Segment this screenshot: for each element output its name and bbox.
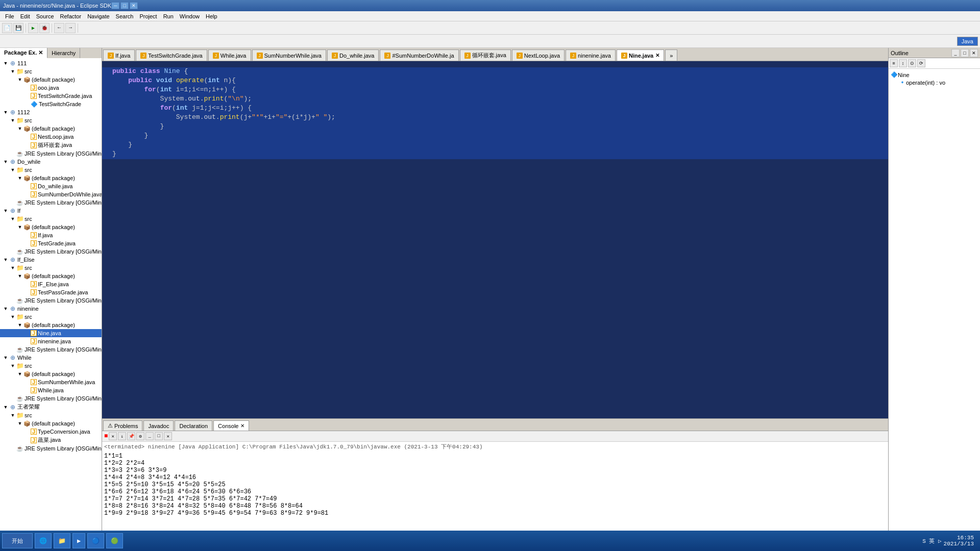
debug-button[interactable]: 🐞 <box>39 23 50 33</box>
tree-item-while-jre[interactable]: ☕JRE System Library [OSGi/Minin <box>0 394 102 403</box>
run-button[interactable]: ▶ <box>28 23 38 33</box>
tree-item-wangzicai-defpkg[interactable]: ▼📦(default package) <box>0 419 102 428</box>
menu-item-file[interactable]: File <box>2 12 17 20</box>
tree-item-while-src[interactable]: ▼📁src <box>0 362 102 370</box>
menu-item-window[interactable]: Window <box>177 12 203 20</box>
tree-item-1112-loop[interactable]: J循环嵌套.java <box>0 141 102 149</box>
menu-item-navigate[interactable]: Navigate <box>84 12 112 20</box>
back-button[interactable]: ← <box>54 23 64 33</box>
editor-tab-Ifjava[interactable]: JIf.java <box>103 49 135 61</box>
bottom-tab-problems[interactable]: ⚠Problems <box>103 420 142 431</box>
tree-item-while[interactable]: ▼⊕While <box>0 354 102 362</box>
forward-button[interactable]: → <box>65 23 76 33</box>
outline-method-item[interactable]: 🔹 operate(int) : vo <box>891 79 978 86</box>
editor-tab-SumNumberDoWhileja[interactable]: J#SumNumberDoWhile.ja <box>380 49 458 61</box>
menu-item-run[interactable]: Run <box>160 12 177 20</box>
tree-item-ninenine-nine[interactable]: JNine.java <box>0 329 102 337</box>
maximize-button[interactable]: □ <box>120 2 129 9</box>
tree-item-ninenine-defpkg[interactable]: ▼📦(default package) <box>0 321 102 329</box>
outline-class-item[interactable]: 🔷 Nine <box>891 71 978 79</box>
tree-item-ifelse-defpkg[interactable]: ▼📦(default package) <box>0 272 102 280</box>
console-minimize-button[interactable]: _ <box>145 432 154 440</box>
java-perspective-button[interactable]: Java <box>957 37 978 46</box>
tree-item-111-test[interactable]: JTestSwitchGrade.java <box>0 92 102 100</box>
bottom-tab-javadoc[interactable]: Javadoc <box>143 420 174 431</box>
menu-item-source[interactable]: Source <box>33 12 57 20</box>
outline-maximize-button[interactable]: □ <box>961 49 969 57</box>
editor-tab-SumNumberWhilejava[interactable]: JSumNumberWhile.java <box>252 49 326 61</box>
console-scroll-button[interactable]: ⇓ <box>118 432 126 440</box>
bottom-tab-declaration[interactable]: Declaration <box>175 420 212 431</box>
tree-item-if-src[interactable]: ▼📁src <box>0 215 102 223</box>
bottom-tab-console[interactable]: Console✕ <box>213 420 249 431</box>
outline-sort-button[interactable]: ↕ <box>899 59 907 67</box>
console-tab-close[interactable]: ✕ <box>240 423 244 429</box>
editor-tab-Dowhilejava[interactable]: JDo_while.java <box>327 49 379 61</box>
editor-tab-nineninejava[interactable]: Jninenine.java <box>566 49 616 61</box>
tree-item-ninenine[interactable]: ▼⊕ninenine <box>0 305 102 313</box>
taskbar-browser-button[interactable]: 🔵 <box>87 533 104 548</box>
start-button[interactable]: 开始 <box>2 533 33 548</box>
tree-item-1112-nestloop[interactable]: JNestLoop.java <box>0 133 102 141</box>
tree-item-dowhile-dowhile[interactable]: JDo_while.java <box>0 182 102 190</box>
outline-sync-button[interactable]: ⟳ <box>917 59 925 67</box>
editor-tab-TestSwitchGradejava[interactable]: JTestSwitchGrade.java <box>136 49 207 61</box>
outline-filter-button[interactable]: ⊙ <box>908 59 916 67</box>
outline-minimize-button[interactable]: _ <box>951 49 960 57</box>
tree-item-if[interactable]: ▼⊕If <box>0 207 102 215</box>
minimize-button[interactable]: ─ <box>111 2 119 9</box>
menu-item-edit[interactable]: Edit <box>17 12 33 20</box>
tree-item-1112[interactable]: ▼⊕1112 <box>0 108 102 116</box>
tree-item-if-if[interactable]: JIf.java <box>0 231 102 239</box>
close-button[interactable]: ✕ <box>130 2 138 9</box>
tree-item-1112-jre[interactable]: ☕JRE System Library [OSGi/Minin <box>0 149 102 158</box>
titlebar-controls[interactable]: ─ □ ✕ <box>111 2 138 9</box>
tree-item-ninenine-ninenine[interactable]: Jninenine.java <box>0 337 102 345</box>
console-clear-button[interactable]: ✕ <box>109 432 117 440</box>
taskbar-media-button[interactable]: ▶ <box>72 533 85 548</box>
taskbar-chrome-button[interactable]: 🟢 <box>106 533 123 548</box>
outline-collapse-button[interactable]: ≡ <box>890 59 898 67</box>
tree-item-if-testgrade[interactable]: JTestGrade.java <box>0 239 102 247</box>
menu-item-search[interactable]: Search <box>113 12 137 20</box>
tree-item-111-testswitch[interactable]: 🔷TestSwitchGrade <box>0 100 102 108</box>
tree-item-ninenine-src[interactable]: ▼📁src <box>0 313 102 321</box>
tree-item-wangzicai-shucai[interactable]: J蔬菜.java <box>0 436 102 444</box>
menu-item-refactor[interactable]: Refactor <box>57 12 85 20</box>
tree-item-while-defpkg[interactable]: ▼📦(default package) <box>0 370 102 378</box>
package-explorer-tab[interactable]: Package Ex. ✕ <box>0 48 47 58</box>
tree-item-ifelse-src[interactable]: ▼📁src <box>0 264 102 272</box>
tree-item-111-ooo[interactable]: Jooo.java <box>0 84 102 92</box>
tree-item-ifelse-ifelse[interactable]: JIF_Else.java <box>0 280 102 288</box>
editor-tab-Whilejava[interactable]: JWhile.java <box>208 49 251 61</box>
editor-tab-java[interactable]: J循环嵌套.java <box>460 49 511 61</box>
tree-item-wangzicai[interactable]: ▼⊕王者荣耀 <box>0 403 102 411</box>
console-content[interactable]: <terminated> ninenine [Java Application]… <box>102 442 888 531</box>
tree-item-111[interactable]: ▼⊕111 <box>0 59 102 67</box>
tab-close-button[interactable]: ✕ <box>655 53 659 58</box>
tree-item-ninenine-jre[interactable]: ☕JRE System Library [OSGi/Minin <box>0 345 102 354</box>
outline-close-button[interactable]: ✕ <box>970 49 978 57</box>
tree-item-ifelse[interactable]: ▼⊕If_Else <box>0 256 102 264</box>
tree-item-if-jre[interactable]: ☕JRE System Library [OSGi/Minin <box>0 247 102 256</box>
tree-item-dowhile-sum[interactable]: JSumNumberDoWhile.java <box>0 190 102 198</box>
tree-item-111-defpkg[interactable]: ▼📦(default package) <box>0 76 102 84</box>
hierarchy-tab[interactable]: Hierarchy <box>47 48 80 58</box>
tree-item-while-while[interactable]: JWhile.java <box>0 386 102 394</box>
tree-item-wangzicai-src[interactable]: ▼📁src <box>0 411 102 419</box>
tree-item-1112-src[interactable]: ▼📁src <box>0 116 102 124</box>
code-editor[interactable]: public class Nine { public void operate(… <box>102 61 888 418</box>
menu-item-project[interactable]: Project <box>136 12 160 20</box>
tree-item-dowhile[interactable]: ▼⊕Do_while <box>0 158 102 166</box>
tree-item-wangzicai-jre[interactable]: ☕JRE System Library [OSGi/Minin <box>0 444 102 453</box>
editor-tab-overflow[interactable]: » <box>665 49 677 61</box>
tree-item-dowhile-jre[interactable]: ☕JRE System Library [OSGi/Minin <box>0 198 102 207</box>
console-close-button[interactable]: ✕ <box>164 432 172 440</box>
console-pin-button[interactable]: 📌 <box>127 432 135 440</box>
taskbar-ie-button[interactable]: 🌐 <box>35 533 52 548</box>
editor-tab-Ninejava[interactable]: JNine.java✕ <box>617 49 664 61</box>
tree-item-111-src[interactable]: ▼📁src <box>0 67 102 76</box>
editor-tab-NextLoopjava[interactable]: JNextLoop.java <box>512 49 565 61</box>
new-button[interactable]: 📄 <box>2 23 12 33</box>
tree-item-while-sum[interactable]: JSumNumberWhile.java <box>0 378 102 386</box>
